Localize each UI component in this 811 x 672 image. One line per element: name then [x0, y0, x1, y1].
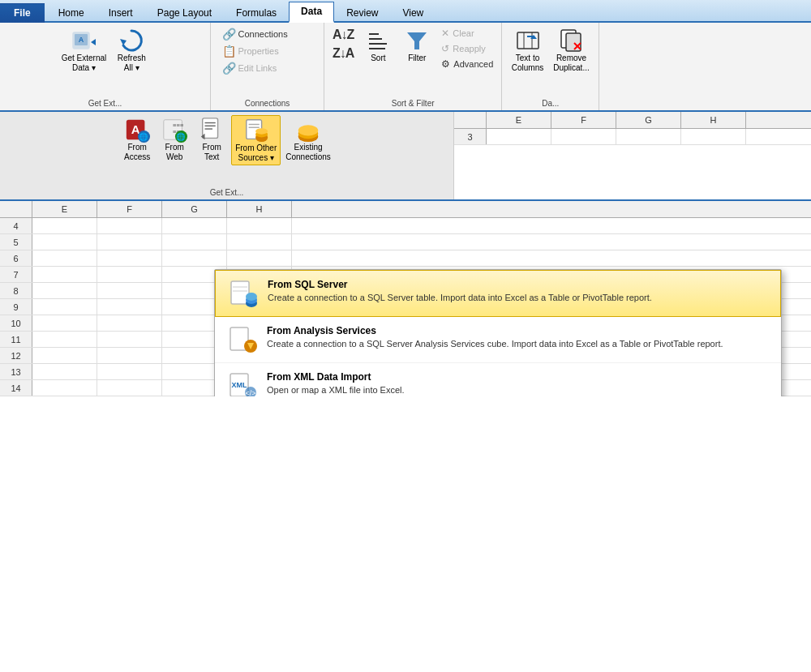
- data-tools-group-label: Da...: [502, 99, 599, 108]
- get-external-group-label: Get Ext...: [0, 99, 210, 108]
- remove-duplicates-icon: [559, 28, 585, 54]
- row-num-11: 11: [0, 332, 32, 347]
- table-row: 3: [454, 129, 811, 145]
- clear-button[interactable]: ✕ Clear: [438, 26, 496, 41]
- tab-view[interactable]: View: [390, 3, 436, 23]
- data-tools-group: Text toColumns RemoveDuplicat... Da...: [502, 23, 599, 110]
- clear-label: Clear: [453, 28, 474, 38]
- tab-formulas[interactable]: Formulas: [224, 3, 289, 23]
- cell-f7[interactable]: [97, 267, 162, 282]
- edit-links-label: Edit Links: [238, 63, 277, 73]
- tab-review[interactable]: Review: [334, 3, 390, 23]
- tab-home[interactable]: Home: [46, 3, 97, 23]
- text-to-columns-button[interactable]: Text toColumns: [508, 26, 547, 75]
- cell-e12[interactable]: [32, 348, 97, 363]
- tab-data[interactable]: Data: [289, 2, 334, 23]
- cell-h5[interactable]: [227, 234, 292, 250]
- edit-links-button[interactable]: 🔗 Edit Links: [219, 60, 281, 76]
- dropdown-item-sql-server[interactable]: From SQL Server Create a connection to a…: [215, 270, 781, 317]
- svg-text:</>: </>: [245, 389, 255, 396]
- connections-icon: 🔗: [222, 28, 235, 41]
- cell-e9[interactable]: [32, 299, 97, 315]
- from-other-sources-dropdown: From SQL Server Create a connection to a…: [214, 269, 782, 396]
- sort-za-icon: Z↓A: [333, 46, 354, 61]
- existing-connections-button[interactable]: ExistingConnections: [282, 115, 334, 164]
- xml-import-icon: XML </>: [228, 371, 257, 396]
- cell-e3[interactable]: [487, 129, 551, 144]
- reapply-button[interactable]: ↺ Reapply: [438, 41, 496, 56]
- row-num-8: 8: [0, 283, 32, 298]
- col-e: E: [32, 201, 97, 217]
- sort-za-button[interactable]: Z↓A: [329, 45, 357, 62]
- cell-f9[interactable]: [97, 299, 162, 315]
- properties-button[interactable]: 📋 Properties: [219, 43, 282, 59]
- corner-cell-2: [0, 201, 32, 217]
- cell-e13[interactable]: [32, 364, 97, 379]
- cell-g4[interactable]: [162, 218, 227, 233]
- table-row: 5: [0, 234, 811, 250]
- cell-f13[interactable]: [97, 364, 162, 379]
- svg-text:🌐: 🌐: [139, 132, 149, 142]
- dropdown-item-xml-import[interactable]: XML </> From XML Data Import Open or map…: [215, 363, 781, 396]
- sort-az-button[interactable]: A↓Z: [329, 26, 357, 44]
- connections-label: Connections: [238, 29, 288, 39]
- dropdown-item-analysis-services[interactable]: From Analysis Services Create a connecti…: [215, 317, 781, 363]
- analysis-services-desc: Create a connection to a SQL Server Anal…: [267, 338, 768, 350]
- cell-e5[interactable]: [32, 234, 97, 250]
- cell-h6[interactable]: [227, 250, 292, 266]
- existing-connections-label: ExistingConnections: [285, 143, 331, 162]
- tab-insert[interactable]: Insert: [97, 3, 145, 23]
- cell-f3[interactable]: [551, 129, 616, 144]
- from-access-button[interactable]: A 🌐 FromAccess: [119, 115, 155, 164]
- sort-filter-group-label: Sort & Filter: [324, 99, 501, 108]
- cell-h3[interactable]: [681, 129, 746, 144]
- filter-button[interactable]: Filter: [399, 26, 435, 65]
- tab-file[interactable]: File: [0, 3, 45, 23]
- from-other-sources-button[interactable]: From OtherSources ▾: [231, 115, 281, 165]
- cell-e7[interactable]: [32, 267, 97, 282]
- connections-button[interactable]: 🔗 Connections: [219, 26, 291, 42]
- remove-duplicates-button[interactable]: RemoveDuplicat...: [550, 26, 592, 75]
- cell-e14[interactable]: [32, 380, 97, 396]
- svg-text:🌐: 🌐: [177, 132, 187, 142]
- cell-e6[interactable]: [32, 250, 97, 266]
- cell-e4[interactable]: [32, 218, 97, 233]
- connections-group: 🔗 Connections 📋 Properties 🔗 Edit Links …: [211, 23, 324, 110]
- properties-icon: 📋: [222, 45, 235, 58]
- cell-f4[interactable]: [97, 218, 162, 233]
- advanced-button[interactable]: ⚙ Advanced: [438, 57, 496, 71]
- cell-h4[interactable]: [227, 218, 292, 233]
- from-web-button[interactable]: ≡≡≡ ≡≡≡ 🌐 FromWeb: [157, 115, 192, 164]
- col-h: H: [227, 201, 292, 217]
- svg-point-38: [255, 128, 268, 135]
- cell-f6[interactable]: [97, 250, 162, 266]
- cell-g6[interactable]: [162, 250, 227, 266]
- row-num-9: 9: [0, 299, 32, 315]
- sql-server-title: From SQL Server: [268, 279, 767, 290]
- sort-button[interactable]: Sort: [360, 26, 396, 65]
- cell-g3[interactable]: [616, 129, 681, 144]
- get-ext-sub-label: Get Ext...: [0, 188, 453, 197]
- col-g: G: [162, 201, 227, 217]
- from-text-button[interactable]: FromText: [194, 115, 230, 164]
- cell-f10[interactable]: [97, 315, 162, 331]
- cell-e8[interactable]: [32, 283, 97, 298]
- cell-f8[interactable]: [97, 283, 162, 298]
- svg-text:XML: XML: [232, 381, 248, 389]
- cell-f12[interactable]: [97, 348, 162, 363]
- cell-g5[interactable]: [162, 234, 227, 250]
- cell-f11[interactable]: [97, 332, 162, 347]
- cell-e11[interactable]: [32, 332, 97, 347]
- reapply-icon: ↺: [441, 43, 449, 54]
- cell-f14[interactable]: [97, 380, 162, 396]
- row-num-13: 13: [0, 364, 32, 379]
- cell-e10[interactable]: [32, 315, 97, 331]
- xml-import-title: From XML Data Import: [267, 371, 768, 383]
- sort-az-icon: A↓Z: [333, 28, 354, 42]
- svg-marker-9: [407, 32, 427, 49]
- svg-rect-10: [517, 32, 539, 49]
- cell-f5[interactable]: [97, 234, 162, 250]
- row-num-3: 3: [454, 129, 487, 144]
- row-num-7: 7: [0, 267, 32, 282]
- tab-page-layout[interactable]: Page Layout: [145, 3, 224, 23]
